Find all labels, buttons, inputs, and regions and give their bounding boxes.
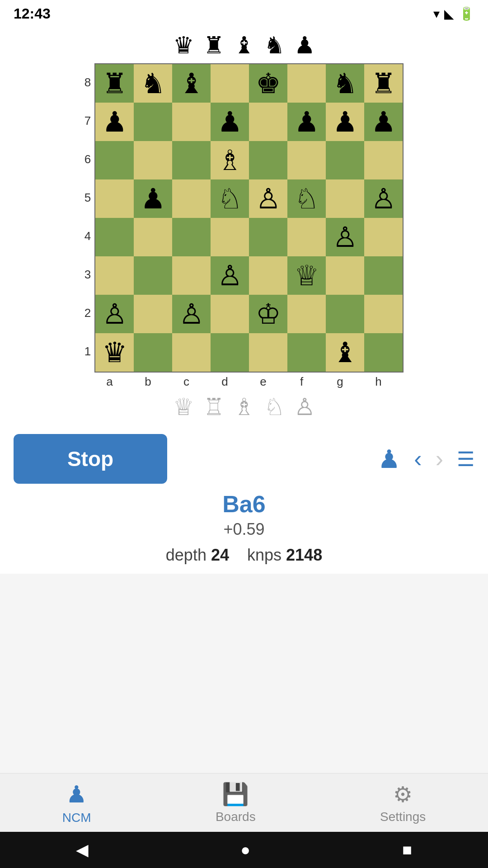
cell-d7[interactable]: ♟ <box>211 103 249 141</box>
android-nav: ◀ ● ■ <box>0 832 488 868</box>
knps-label: knps <box>247 546 282 564</box>
cell-g8[interactable]: ♞ <box>326 64 364 103</box>
controls-row: Stop ♟ ‹ › ☰ <box>14 434 474 484</box>
file-labels: a b c d e f g h <box>90 373 398 389</box>
menu-button[interactable]: ☰ <box>457 448 474 471</box>
cell-g4[interactable]: ♙ <box>326 218 364 256</box>
cell-d8[interactable] <box>211 64 249 103</box>
captured-rook-black: ♜ <box>203 32 225 59</box>
cell-h4[interactable] <box>364 218 403 256</box>
cell-g6[interactable] <box>326 141 364 179</box>
cell-b6[interactable] <box>134 141 172 179</box>
cell-d1[interactable] <box>211 333 249 372</box>
cell-a3[interactable] <box>95 256 134 295</box>
cell-b7[interactable] <box>134 103 172 141</box>
nav-item-ncm[interactable]: ♟ NCM <box>49 776 105 830</box>
cell-g1[interactable]: ♝ <box>326 333 364 372</box>
cell-h6[interactable] <box>364 141 403 179</box>
captured-knight-black: ♞ <box>264 32 285 59</box>
cell-e3[interactable] <box>249 256 287 295</box>
cell-d6[interactable]: ♗ <box>211 141 249 179</box>
cell-b3[interactable] <box>134 256 172 295</box>
controls-area: Stop ♟ ‹ › ☰ Ba6 +0.59 depth 24 knps 214… <box>0 425 488 574</box>
depth-value: 24 <box>211 546 229 564</box>
cell-c6[interactable] <box>172 141 211 179</box>
status-icons: ▾ ◣ 🔋 <box>433 6 474 21</box>
cell-e2[interactable]: ♔ <box>249 295 287 333</box>
cell-b1[interactable] <box>134 333 172 372</box>
cell-f6[interactable] <box>287 141 326 179</box>
cell-a2[interactable]: ♙ <box>95 295 134 333</box>
bottom-nav: ♟ NCM 💾 Boards ⚙ Settings <box>0 773 488 832</box>
cell-a4[interactable] <box>95 218 134 256</box>
cell-b2[interactable] <box>134 295 172 333</box>
cell-e7[interactable] <box>249 103 287 141</box>
ncm-icon: ♟ <box>66 781 87 808</box>
cell-g2[interactable] <box>326 295 364 333</box>
cell-c3[interactable] <box>172 256 211 295</box>
home-button[interactable]: ● <box>240 840 250 859</box>
cell-e8[interactable]: ♚ <box>249 64 287 103</box>
cell-e4[interactable] <box>249 218 287 256</box>
cell-e6[interactable] <box>249 141 287 179</box>
cell-h5[interactable]: ♙ <box>364 179 403 218</box>
status-bar: 12:43 ▾ ◣ 🔋 <box>0 0 488 27</box>
cell-d2[interactable] <box>211 295 249 333</box>
cell-c2[interactable]: ♙ <box>172 295 211 333</box>
cell-f2[interactable] <box>287 295 326 333</box>
cell-h3[interactable] <box>364 256 403 295</box>
cell-b8[interactable]: ♞ <box>134 64 172 103</box>
depth-info: depth 24 knps 2148 <box>166 546 322 565</box>
move-score: +0.59 <box>223 520 264 539</box>
cell-f8[interactable] <box>287 64 326 103</box>
knps-value: 2148 <box>286 546 322 564</box>
nav-item-boards[interactable]: 💾 Boards <box>202 777 269 829</box>
stop-button[interactable]: Stop <box>14 434 167 484</box>
cell-b4[interactable] <box>134 218 172 256</box>
cell-c8[interactable]: ♝ <box>172 64 211 103</box>
cell-c1[interactable] <box>172 333 211 372</box>
cell-f4[interactable] <box>287 218 326 256</box>
cell-e1[interactable] <box>249 333 287 372</box>
cell-d5[interactable]: ♘ <box>211 179 249 218</box>
cell-h8[interactable]: ♜ <box>364 64 403 103</box>
cell-g7[interactable]: ♟ <box>326 103 364 141</box>
cell-c7[interactable] <box>172 103 211 141</box>
cell-h1[interactable] <box>364 333 403 372</box>
captured-bishop-white: ♗ <box>234 393 255 420</box>
cell-f1[interactable] <box>287 333 326 372</box>
cell-g5[interactable] <box>326 179 364 218</box>
nav-item-settings[interactable]: ⚙ Settings <box>366 777 439 829</box>
back-button[interactable]: ◀ <box>76 840 89 859</box>
cell-h7[interactable]: ♟ <box>364 103 403 141</box>
cell-a1[interactable]: ♛ <box>95 333 134 372</box>
cell-g3[interactable] <box>326 256 364 295</box>
cell-e5[interactable]: ♙ <box>249 179 287 218</box>
wifi-icon: ▾ <box>433 6 440 21</box>
chess-board[interactable]: ♜♞♝♚♞♜♟♟♟♟♟♗♟♘♙♘♙♙♙♕♙♙♔♛♝ <box>94 63 404 373</box>
cell-a7[interactable]: ♟ <box>95 103 134 141</box>
next-move-button[interactable]: › <box>436 445 443 472</box>
cell-h2[interactable] <box>364 295 403 333</box>
cell-f5[interactable]: ♘ <box>287 179 326 218</box>
prev-move-button[interactable]: ‹ <box>414 445 422 472</box>
cell-c4[interactable] <box>172 218 211 256</box>
captured-bishop-black: ♝ <box>234 32 255 59</box>
signal-icon: ◣ <box>444 6 454 21</box>
cell-a5[interactable] <box>95 179 134 218</box>
cell-d4[interactable] <box>211 218 249 256</box>
cell-c5[interactable] <box>172 179 211 218</box>
cell-f3[interactable]: ♕ <box>287 256 326 295</box>
cell-a6[interactable] <box>95 141 134 179</box>
status-time: 12:43 <box>14 5 51 22</box>
cell-f7[interactable]: ♟ <box>287 103 326 141</box>
pawn-button[interactable]: ♟ <box>378 444 400 474</box>
recent-button[interactable]: ■ <box>402 840 412 859</box>
cell-b5[interactable]: ♟ <box>134 179 172 218</box>
cell-a8[interactable]: ♜ <box>95 64 134 103</box>
battery-icon: 🔋 <box>459 6 474 21</box>
rank-labels: 8 7 6 5 4 3 2 1 <box>84 63 94 371</box>
board-wrapper: 8 7 6 5 4 3 2 1 ♜♞♝♚♞♜♟♟♟♟♟♗♟♘♙♘♙♙♙♕♙♙♔♛… <box>84 63 404 389</box>
cell-d3[interactable]: ♙ <box>211 256 249 295</box>
depth-label: depth <box>166 546 206 564</box>
